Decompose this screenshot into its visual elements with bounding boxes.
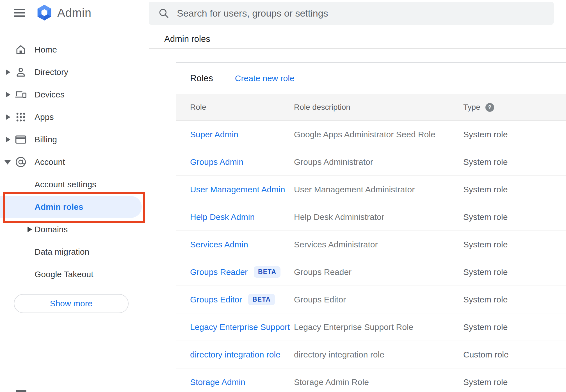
devices-icon: [15, 88, 27, 101]
role-description: Groups Administrator: [294, 157, 463, 167]
admin-logo-icon: [35, 4, 53, 22]
role-description: Storage Admin Role: [294, 377, 463, 387]
app-title: Admin: [57, 6, 92, 20]
chevron-right-icon[interactable]: [6, 69, 10, 75]
breadcrumb: Admin roles: [164, 34, 210, 44]
sidebar-item-home[interactable]: Home: [0, 38, 145, 61]
column-header-role: Role: [190, 103, 294, 112]
role-link[interactable]: Legacy Enterprise Support: [190, 322, 290, 332]
role-cell: Super Admin: [190, 130, 294, 139]
partial-sidebar-icon: [16, 390, 26, 392]
role-link[interactable]: directory integration role: [190, 350, 280, 359]
chevron-right-icon[interactable]: [28, 227, 32, 232]
hamburger-menu-icon[interactable]: [14, 9, 25, 17]
home-icon: [15, 44, 27, 56]
role-link[interactable]: Groups Reader: [190, 267, 248, 277]
role-description: Help Desk Administrator: [294, 212, 463, 222]
roles-card: Roles Create new role Role Role descript…: [176, 62, 566, 392]
role-cell: Storage Admin: [190, 377, 294, 387]
sidebar-item-label: Domains: [35, 218, 68, 241]
sidebar-item-label: Home: [35, 38, 57, 61]
sidebar-item-data-migration[interactable]: Data migration: [0, 241, 145, 263]
table-row: Services AdminServices AdministratorSyst…: [176, 231, 566, 258]
role-type: System role: [463, 185, 566, 194]
role-type: System role: [463, 212, 566, 222]
sidebar-item-billing[interactable]: Billing: [0, 128, 145, 151]
role-cell: Services Admin: [190, 240, 294, 249]
role-description: User Management Administrator: [294, 185, 463, 194]
search-icon: [158, 7, 170, 19]
role-description: Services Administrator: [294, 240, 463, 249]
chevron-right-icon[interactable]: [6, 92, 10, 97]
sidebar-nav: HomeDirectoryDevicesAppsBillingAccountAc…: [0, 38, 145, 286]
table-header: Role Role description Type ?: [176, 94, 566, 121]
role-type: System role: [463, 295, 566, 304]
role-type: System role: [463, 322, 566, 332]
role-link[interactable]: Groups Admin: [190, 157, 243, 167]
sidebar-item-label: Google Takeout: [35, 263, 93, 286]
help-icon[interactable]: ?: [485, 103, 494, 112]
role-description: directory integration role: [294, 350, 463, 359]
role-cell: Groups EditorBETA: [190, 294, 294, 305]
main-content: Admin roles Roles Create new role Role R…: [145, 0, 566, 392]
role-description: Groups Reader: [294, 267, 463, 277]
table-row: Legacy Enterprise SupportLegacy Enterpri…: [176, 313, 566, 341]
role-link[interactable]: Super Admin: [190, 130, 238, 139]
chevron-right-icon[interactable]: [6, 114, 10, 120]
role-link[interactable]: User Management Admin: [190, 185, 285, 194]
column-header-description: Role description: [294, 103, 463, 112]
sidebar-header: Admin: [0, 0, 145, 28]
person-icon: [15, 66, 27, 78]
role-cell: Help Desk Admin: [190, 212, 294, 222]
beta-badge: BETA: [254, 266, 280, 278]
sidebar-item-label: Apps: [35, 106, 54, 128]
sidebar-item-google-takeout[interactable]: Google Takeout: [0, 263, 145, 286]
role-type: System role: [463, 157, 566, 167]
sidebar-item-account-settings[interactable]: Account settings: [0, 173, 145, 196]
apps-grid-icon: [15, 111, 27, 123]
role-link[interactable]: Storage Admin: [190, 377, 245, 387]
sidebar-item-label: Data migration: [35, 241, 89, 263]
sidebar-item-admin-roles[interactable]: Admin roles: [0, 196, 145, 218]
create-new-role-link[interactable]: Create new role: [235, 74, 295, 83]
credit-card-icon: [15, 133, 27, 146]
sidebar-item-devices[interactable]: Devices: [0, 83, 145, 106]
card-title: Roles: [190, 73, 213, 83]
roles-table-body: Super AdminGoogle Apps Administrator See…: [176, 121, 566, 392]
search-input[interactable]: [177, 8, 545, 19]
search-bar[interactable]: [149, 2, 554, 25]
role-cell: Groups Admin: [190, 157, 294, 167]
sidebar-item-apps[interactable]: Apps: [0, 106, 145, 128]
role-cell: Groups ReaderBETA: [190, 266, 294, 278]
role-link[interactable]: Help Desk Admin: [190, 212, 255, 222]
role-type: System role: [463, 267, 566, 277]
sidebar-item-domains[interactable]: Domains: [0, 218, 145, 241]
sidebar-item-label: Directory: [35, 61, 68, 83]
role-link[interactable]: Services Admin: [190, 240, 248, 249]
role-description: Google Apps Administrator Seed Role: [294, 130, 463, 139]
content-divider: [149, 48, 566, 49]
sidebar-item-label: Billing: [35, 128, 57, 151]
sidebar-item-account[interactable]: Account: [0, 151, 145, 173]
sidebar-item-directory[interactable]: Directory: [0, 61, 145, 83]
at-sign-icon: [15, 156, 27, 168]
chevron-right-icon[interactable]: [6, 137, 10, 142]
chevron-down-icon[interactable]: [4, 160, 11, 165]
table-row: Groups EditorBETAGroups EditorSystem rol…: [176, 286, 566, 313]
table-row: Help Desk AdminHelp Desk AdministratorSy…: [176, 203, 566, 231]
role-cell: User Management Admin: [190, 185, 294, 194]
sidebar-item-label: Account settings: [35, 173, 96, 196]
sidebar-item-label: Devices: [35, 83, 65, 106]
role-cell: directory integration role: [190, 350, 294, 359]
roles-card-header: Roles Create new role: [176, 63, 566, 94]
role-type: System role: [463, 377, 566, 387]
role-link[interactable]: Groups Editor: [190, 295, 242, 304]
role-description: Legacy Enterprise Support Role: [294, 322, 463, 332]
table-row: directory integration roledirectory inte…: [176, 341, 566, 368]
role-cell: Legacy Enterprise Support: [190, 322, 294, 332]
sidebar-divider: [0, 378, 143, 378]
role-type: System role: [463, 240, 566, 249]
role-type: System role: [463, 130, 566, 139]
role-description: Groups Editor: [294, 295, 463, 304]
show-more-button[interactable]: Show more: [14, 294, 129, 313]
